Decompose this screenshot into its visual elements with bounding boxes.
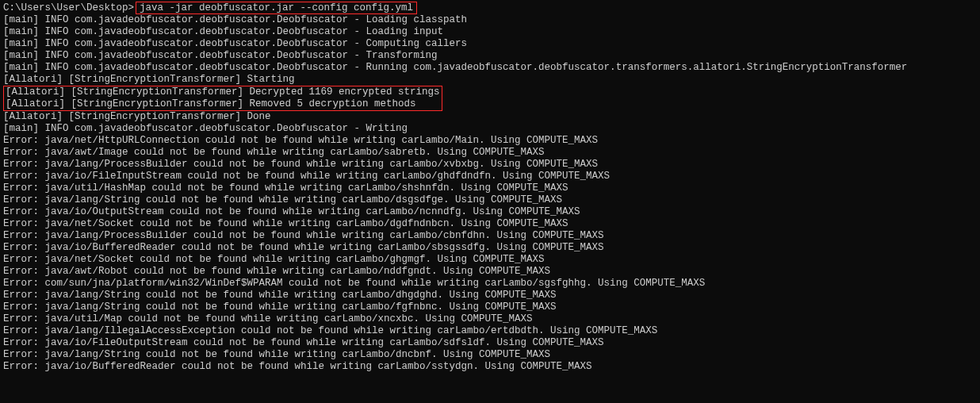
log-line: Error: java/lang/ProcessBuilder could no…	[3, 230, 977, 242]
log-line: [main] INFO com.javadeobfuscator.deobfus…	[3, 50, 977, 62]
log-line: Error: java/net/HttpURLConnection could …	[3, 135, 977, 147]
terminal-output: [main] INFO com.javadeobfuscator.deobfus…	[3, 14, 977, 86]
log-line: [main] INFO com.javadeobfuscator.deobfus…	[3, 123, 977, 135]
log-line: Error: java/awt/Robot could not be found…	[3, 266, 977, 278]
log-line: Error: java/lang/String could not be fou…	[3, 301, 977, 313]
highlighted-output: [Allatori] [StringEncryptionTransformer]…	[3, 86, 442, 111]
command-text: java -jar deobfuscator.jar --config conf…	[140, 2, 413, 13]
log-line: Error: java/net/Socket could not be foun…	[3, 254, 977, 266]
log-line: Error: java/lang/String could not be fou…	[3, 194, 977, 206]
log-line: Error: java/lang/ProcessBuilder could no…	[3, 159, 977, 171]
log-line: [Allatori] [StringEncryptionTransformer]…	[3, 111, 977, 123]
log-line: Error: java/lang/String could not be fou…	[3, 290, 977, 301]
log-line: [Allatori] [StringEncryptionTransformer]…	[3, 74, 977, 86]
prompt: C:\Users\User\Desktop>	[3, 2, 134, 14]
log-line: Error: java/io/BufferedReader could not …	[3, 361, 977, 373]
log-line: Error: java/io/FileOutputStream could no…	[3, 337, 977, 349]
log-line: Error: java/io/BufferedReader could not …	[3, 242, 977, 254]
log-line: Error: java/net/Socket could not be foun…	[3, 218, 977, 230]
log-line: [main] INFO com.javadeobfuscator.deobfus…	[3, 38, 977, 50]
log-line: Error: java/awt/Image could not be found…	[3, 147, 977, 159]
log-line: [main] INFO com.javadeobfuscator.deobfus…	[3, 14, 977, 26]
command-highlight: java -jar deobfuscator.jar --config conf…	[136, 2, 417, 14]
terminal-output-continued: [Allatori] [StringEncryptionTransformer]…	[3, 111, 977, 373]
log-line: [main] INFO com.javadeobfuscator.deobfus…	[3, 62, 977, 74]
log-line: Error: java/io/OutputStream could not be…	[3, 206, 977, 218]
log-line-highlighted: [Allatori] [StringEncryptionTransformer]…	[4, 86, 442, 98]
log-line: [main] INFO com.javadeobfuscator.deobfus…	[3, 26, 977, 38]
log-line: Error: java/util/HashMap could not be fo…	[3, 182, 977, 194]
log-line-highlighted: [Allatori] [StringEncryptionTransformer]…	[4, 98, 442, 110]
log-line: Error: java/lang/String could not be fou…	[3, 349, 977, 361]
log-line: Error: java/util/Map could not be found …	[3, 313, 977, 325]
log-line: Error: java/lang/IllegalAccessException …	[3, 325, 977, 337]
log-line: Error: java/io/FileInputStream could not…	[3, 171, 977, 182]
log-line: Error: com/sun/jna/platform/win32/WinDef…	[3, 278, 977, 290]
command-line[interactable]: C:\Users\User\Desktop> java -jar deobfus…	[3, 2, 977, 14]
